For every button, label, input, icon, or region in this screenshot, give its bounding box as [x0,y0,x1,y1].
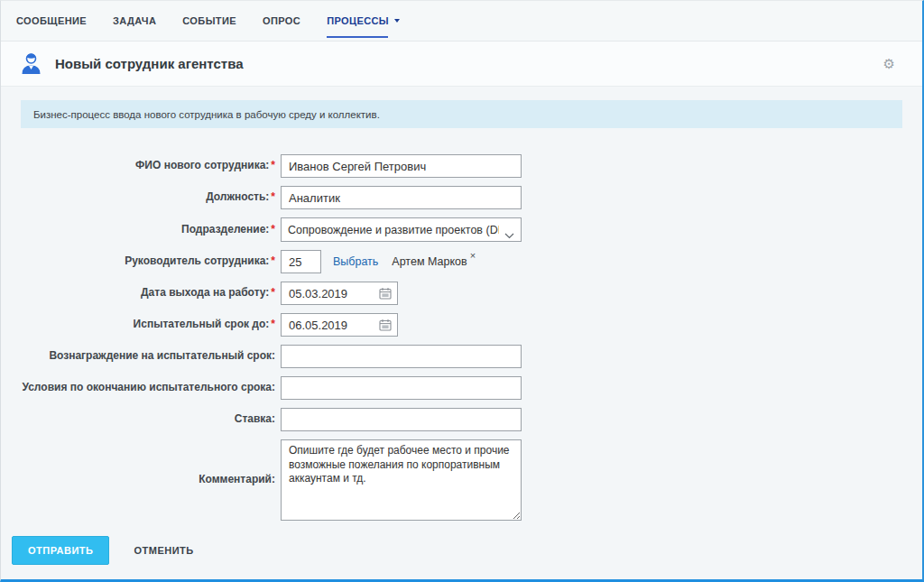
submit-button[interactable]: ОТПРАВИТЬ [12,536,109,565]
tab-processes-label: ПРОЦЕССЫ [327,15,389,26]
process-window: СООБЩЕНИЕ ЗАДАЧА СОБЫТИЕ ОПРОС ПРОЦЕССЫ … [0,0,924,582]
required-mark: * [271,159,275,171]
calendar-icon[interactable] [379,319,392,331]
tab-event-label: СОБЫТИЕ [182,15,236,26]
tab-poll[interactable]: ОПРОС [263,1,300,41]
manager-id-input[interactable] [281,250,321,273]
comment-textarea[interactable]: Опишите где будет рабочее место и прочие… [281,439,522,521]
after-probation-terms-label: Условия по окончанию испытательного срок… [21,381,281,395]
comment-label: Комментарий: [21,473,281,487]
after-probation-terms-input[interactable] [281,376,522,400]
form-row-probation-end: Испытательный срок до:* [21,313,902,337]
form-row-comment: Комментарий: Опишите где будет рабочее м… [21,439,902,521]
form-row-department: Подразделение:* Сопровождение и развитие… [21,217,902,242]
rate-input[interactable] [281,408,522,431]
form-row-manager: Руководитель сотрудника:* Выбрать Артем … [21,250,902,273]
banner-text: Бизнес-процесс ввода нового сотрудника в… [33,109,380,120]
start-date-wrap [281,282,398,305]
manager-label: Руководитель сотрудника:* [21,254,281,269]
process-description-banner: Бизнес-процесс ввода нового сотрудника в… [21,100,902,128]
required-mark: * [271,223,275,236]
remove-user-icon[interactable]: × [470,250,476,261]
form-row-fullname: ФИО нового сотрудника:* [21,154,902,178]
form-row-probation-reward: Вознаграждение на испытательный срок: [21,345,902,368]
rate-label: Ставка: [21,412,281,427]
tab-message-label: СООБЩЕНИЕ [16,15,87,26]
tab-poll-label: ОПРОС [263,15,300,26]
form-actions: ОТПРАВИТЬ ОТМЕНИТЬ [12,536,902,565]
tab-task-label: ЗАДАЧА [113,15,156,26]
form-row-after-probation-terms: Условия по окончанию испытательного срок… [21,376,902,400]
position-input[interactable] [281,186,522,209]
fullname-input[interactable] [281,154,522,178]
gear-icon[interactable]: ⚙ [883,57,904,70]
tab-processes[interactable]: ПРОЦЕССЫ [327,1,400,41]
department-select-wrap: Сопровождение и развитие проектов (DEV) [281,217,522,242]
probation-reward-input[interactable] [281,345,522,368]
new-employee-form: ФИО нового сотрудника:* Должность:* Подр… [21,154,902,521]
tab-task[interactable]: ЗАДАЧА [113,1,156,41]
required-mark: * [271,190,275,203]
probation-reward-label: Вознаграждение на испытательный срок: [21,349,281,364]
selected-user-name: Артем Марков [392,255,467,268]
position-label: Должность:* [21,190,281,205]
probation-end-label: Испытательный срок до:* [21,318,281,332]
chevron-down-icon [394,19,400,23]
page-title: Новый сотрудник агентства [55,56,244,71]
form-row-start-date: Дата выхода на работу:* [21,282,902,305]
required-mark: * [271,286,275,299]
department-label: Подразделение:* [21,223,281,237]
form-row-rate: Ставка: [21,408,902,431]
page-header: Новый сотрудник агентства ⚙ [1,42,922,87]
required-mark: * [271,254,275,267]
employee-person-icon [19,51,43,76]
content-area: Бизнес-процесс ввода нового сотрудника в… [1,87,922,565]
department-select[interactable]: Сопровождение и развитие проектов (DEV) [281,217,522,242]
tab-message[interactable]: СООБЩЕНИЕ [16,1,87,41]
probation-end-wrap [281,313,398,337]
calendar-icon[interactable] [379,287,392,300]
fullname-label: ФИО нового сотрудника:* [21,159,281,173]
cancel-button[interactable]: ОТМЕНИТЬ [134,545,193,556]
choose-user-link[interactable]: Выбрать [333,255,378,268]
start-date-label: Дата выхода на работу:* [21,286,281,300]
form-row-position: Должность:* [21,186,902,209]
tab-bar: СООБЩЕНИЕ ЗАДАЧА СОБЫТИЕ ОПРОС ПРОЦЕССЫ [1,1,922,42]
tab-event[interactable]: СОБЫТИЕ [182,1,236,41]
required-mark: * [271,318,275,330]
